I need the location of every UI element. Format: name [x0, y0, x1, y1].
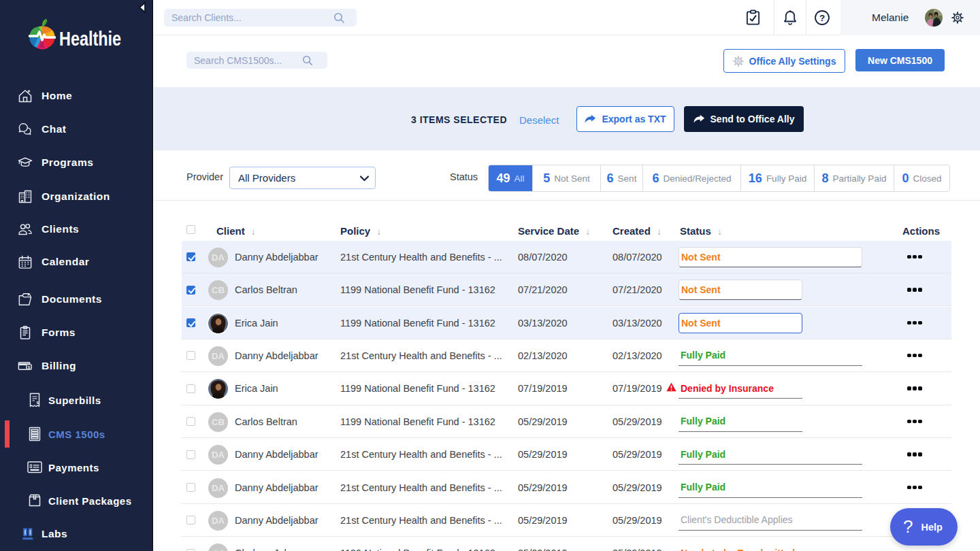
svg-text:$: $ — [28, 365, 31, 369]
svg-text:?: ? — [819, 13, 824, 23]
